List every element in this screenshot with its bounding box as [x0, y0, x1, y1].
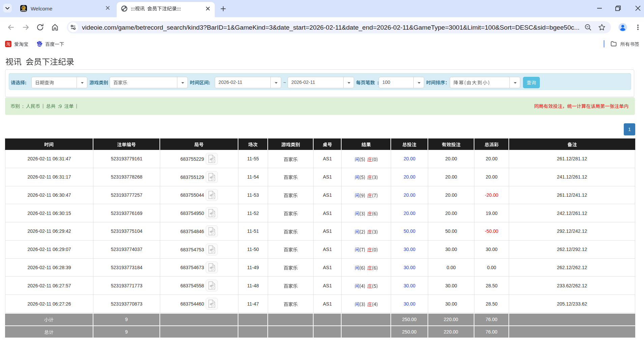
- svg-text:du: du: [38, 43, 41, 46]
